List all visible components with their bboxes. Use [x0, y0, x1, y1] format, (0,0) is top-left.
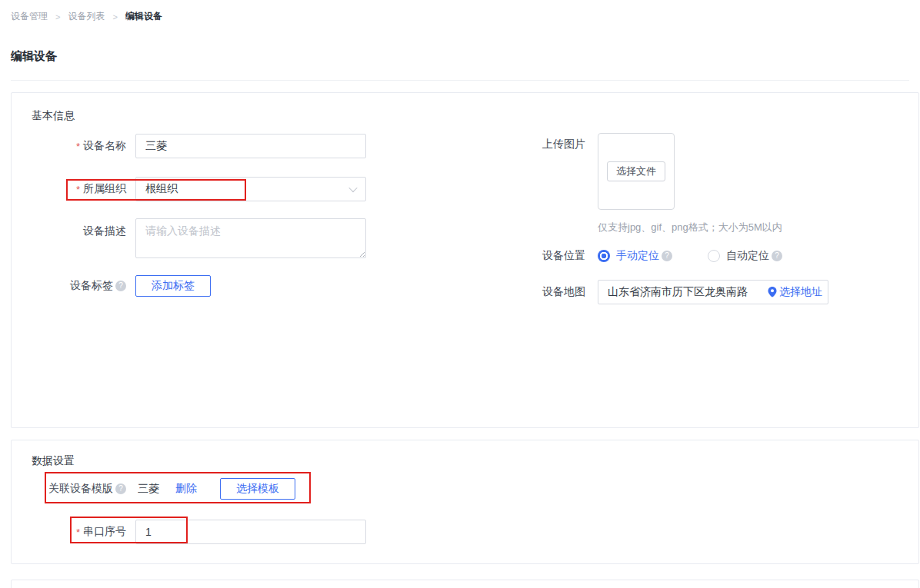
organization-select[interactable]: 根组织: [135, 177, 366, 201]
tags-row: 设备标签 添加标签: [32, 275, 398, 297]
device-name-row: * 设备名称: [32, 134, 398, 158]
question-circle-icon[interactable]: [115, 483, 126, 494]
description-row: 设备描述: [32, 218, 398, 258]
location-pin-icon: [768, 287, 777, 297]
required-asterisk: *: [76, 184, 80, 195]
device-map-row: 设备地图 选择地址: [538, 280, 907, 304]
template-value: 三菱: [138, 482, 159, 496]
serial-port-row: * 串口序号: [32, 520, 918, 544]
template-label: 关联设备模版: [32, 482, 126, 496]
description-textarea[interactable]: [135, 218, 366, 258]
choose-file-button[interactable]: 选择文件: [607, 161, 665, 181]
manual-location-radio[interactable]: 手动定位: [598, 249, 672, 263]
choose-template-button[interactable]: 选择模板: [220, 478, 295, 500]
upload-dropzone[interactable]: 选择文件: [598, 133, 675, 210]
description-label: 设备描述: [32, 224, 126, 238]
device-location-row: 设备位置 手动定位 自动定位: [538, 249, 907, 263]
basic-info-title: 基本信息: [32, 108, 918, 123]
breadcrumb-separator: >: [55, 12, 60, 22]
template-row: 关联设备模版 三菱 删除 选择模板: [32, 478, 918, 500]
device-name-label: * 设备名称: [32, 139, 126, 153]
delete-template-link[interactable]: 删除: [175, 482, 197, 496]
serial-port-input[interactable]: [135, 520, 366, 544]
data-settings-title: 数据设置: [32, 453, 918, 468]
radio-checked-icon[interactable]: [598, 250, 610, 262]
basic-info-card: 基本信息 * 设备名称 * 所属组织 根组织: [11, 92, 919, 428]
breadcrumb-device-list[interactable]: 设备列表: [68, 10, 105, 23]
add-tag-button[interactable]: 添加标签: [135, 275, 211, 297]
question-circle-icon[interactable]: [772, 251, 782, 261]
choose-address-link[interactable]: 选择地址: [768, 280, 822, 304]
data-settings-card: 数据设置 关联设备模版 三菱 删除 选择模板 * 串口序号: [11, 440, 919, 564]
serial-port-label: * 串口序号: [32, 525, 126, 539]
upload-image-row: 上传图片 选择文件: [538, 133, 907, 210]
upload-format-hint: 仅支持jpg、gif、png格式；大小为5M以内: [598, 221, 907, 234]
device-location-label: 设备位置: [538, 249, 585, 263]
breadcrumb: 设备管理 > 设备列表 > 编辑设备: [0, 0, 920, 23]
breadcrumb-edit-device: 编辑设备: [125, 10, 162, 23]
upload-image-label: 上传图片: [538, 138, 585, 151]
required-asterisk: *: [76, 527, 80, 538]
tags-label: 设备标签: [32, 279, 126, 293]
required-asterisk: *: [76, 141, 80, 152]
network-settings-card: 联网设置 关联网关 添加网关: [11, 580, 919, 588]
organization-selected-value: 根组织: [145, 182, 178, 196]
chevron-down-icon: [348, 184, 357, 192]
organization-row: * 所属组织 根组织: [32, 177, 398, 201]
breadcrumb-device-management[interactable]: 设备管理: [11, 10, 48, 23]
breadcrumb-separator: >: [112, 12, 117, 22]
page-header: 编辑设备: [11, 49, 909, 81]
radio-unchecked-icon[interactable]: [708, 250, 720, 262]
auto-location-radio[interactable]: 自动定位: [708, 249, 782, 263]
device-map-label: 设备地图: [538, 285, 585, 299]
location-radio-group: 手动定位 自动定位: [598, 249, 782, 263]
question-circle-icon[interactable]: [662, 251, 672, 261]
question-circle-icon[interactable]: [115, 281, 126, 291]
organization-label: * 所属组织: [32, 182, 126, 196]
device-name-input[interactable]: [135, 134, 366, 158]
page-title: 编辑设备: [11, 49, 57, 62]
